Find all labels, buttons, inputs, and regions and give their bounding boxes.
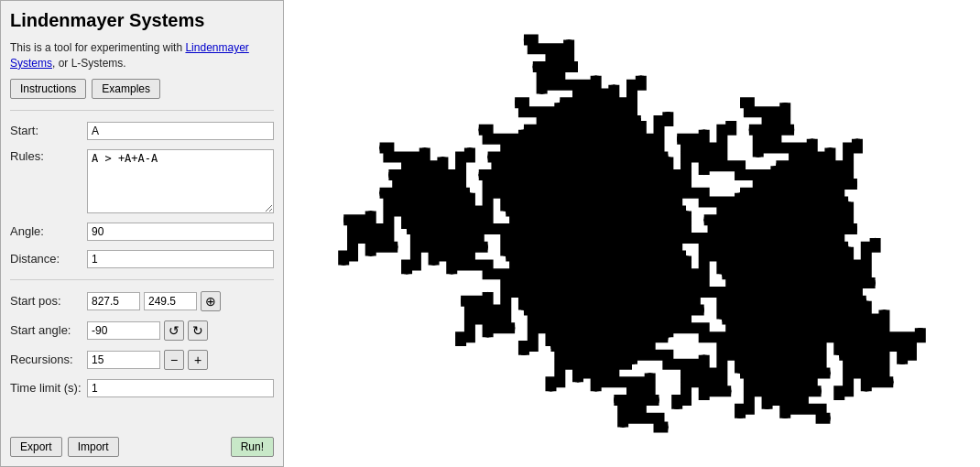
rules-row: Rules: A > +A+A-A (10, 149, 274, 213)
angle-label: Angle: (10, 224, 83, 238)
timelimit-label: Time limit (s): (10, 381, 83, 395)
rules-label: Rules: (10, 149, 83, 163)
crosshair-icon: ⊕ (205, 294, 216, 309)
startpos-x-input[interactable] (87, 292, 140, 310)
divider-1 (10, 110, 274, 111)
cw-icon: ↻ (192, 323, 203, 338)
timelimit-input[interactable] (87, 379, 274, 397)
app-description: This is a tool for experimenting with Li… (10, 40, 274, 71)
angle-row: Angle: (10, 223, 274, 241)
app-title: Lindenmayer Systems (10, 10, 274, 31)
distance-row: Distance: (10, 250, 274, 268)
examples-button[interactable]: Examples (92, 79, 160, 99)
startpos-label: Start pos: (10, 294, 83, 308)
export-button[interactable]: Export (10, 437, 62, 457)
lsystem-canvas (284, 0, 980, 467)
minus-button[interactable]: − (164, 350, 184, 370)
start-row: Start: (10, 122, 274, 140)
distance-input[interactable] (87, 250, 274, 268)
startangle-label: Start angle: (10, 323, 83, 337)
angle-input[interactable] (87, 223, 274, 241)
timelimit-row: Time limit (s): (10, 379, 274, 397)
description-plain: This is a tool for experimenting with (10, 41, 182, 54)
start-label: Start: (10, 124, 83, 137)
bottom-buttons: Export Import Run! (10, 431, 274, 457)
start-input[interactable] (87, 122, 274, 140)
top-buttons: Instructions Examples (10, 79, 274, 99)
minus-icon: − (170, 353, 178, 367)
recursions-input[interactable] (87, 351, 160, 369)
ccw-icon: ↺ (169, 323, 180, 338)
startpos-row: Start pos: ⊕ (10, 291, 274, 311)
plus-icon: + (194, 353, 201, 367)
cw-button[interactable]: ↻ (188, 320, 208, 341)
plus-button[interactable]: + (188, 350, 208, 370)
crosshair-button[interactable]: ⊕ (201, 291, 221, 311)
startangle-row: Start angle: ↺ ↻ (10, 320, 274, 341)
rules-textarea[interactable]: A > +A+A-A (87, 149, 274, 213)
left-panel: Lindenmayer Systems This is a tool for e… (0, 0, 284, 467)
right-panel (284, 0, 980, 467)
recursions-row: Recursions: − + (10, 350, 274, 370)
distance-label: Distance: (10, 252, 83, 266)
import-button[interactable]: Import (68, 437, 119, 457)
ccw-button[interactable]: ↺ (164, 320, 184, 341)
divider-2 (10, 279, 274, 280)
startpos-y-input[interactable] (144, 292, 197, 310)
run-button[interactable]: Run! (231, 437, 274, 457)
startangle-input[interactable] (87, 321, 160, 340)
description-suffix: , or L-Systems. (52, 57, 126, 70)
instructions-button[interactable]: Instructions (10, 79, 86, 99)
recursions-label: Recursions: (10, 353, 83, 366)
